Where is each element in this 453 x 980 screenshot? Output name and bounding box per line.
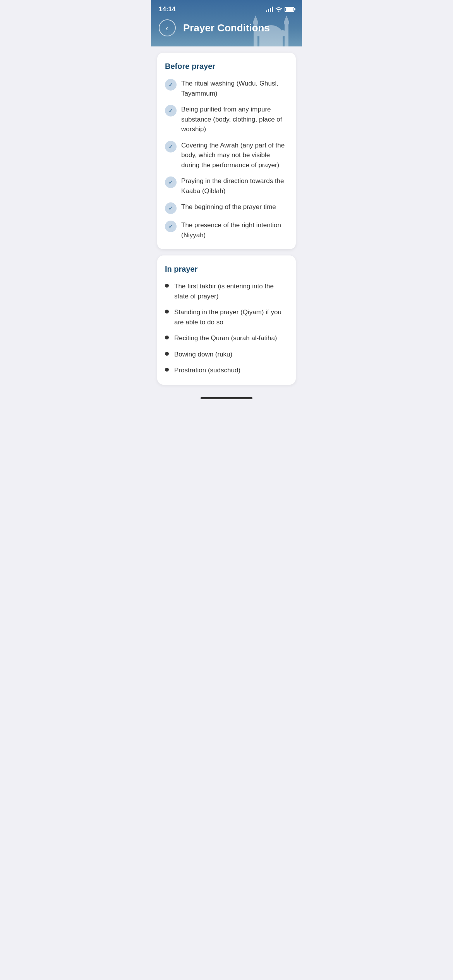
home-indicator [201,397,252,399]
bullet-text: The first takbir (is entering into the s… [174,281,288,301]
in-prayer-list: The first takbir (is entering into the s… [165,281,288,375]
status-icons [266,6,294,13]
bullet-dot-icon [165,352,169,356]
list-item: Prostration (sudschud) [165,365,288,375]
checklist-text: Praying in the direction towards the Kaa… [181,176,288,196]
page-title: Prayer Conditions [176,22,277,34]
checklist-text: The ritual washing (Wudu, Ghusl, Tayammu… [181,79,288,98]
bullet-text: Reciting the Quran (surah al-fatiha) [174,333,288,343]
list-item: Standing in the prayer (Qiyam) if you ar… [165,307,288,327]
bullet-dot-icon [165,310,169,314]
checkmark-icon: ✓ [168,205,173,211]
before-prayer-title: Before prayer [165,62,288,71]
list-item: ✓ The presence of the right intention (N… [165,220,288,240]
in-prayer-title: In prayer [165,265,288,274]
in-prayer-card: In prayer The first takbir (is entering … [157,255,296,385]
back-arrow-icon: ‹ [166,24,168,32]
before-prayer-card: Before prayer ✓ The ritual washing (Wudu… [157,53,296,249]
main-content: Before prayer ✓ The ritual washing (Wudu… [151,46,302,391]
list-item: ✓ Praying in the direction towards the K… [165,176,288,196]
list-item: Bowing down (ruku) [165,350,288,360]
signal-icon [266,7,273,12]
list-item: Reciting the Quran (surah al-fatiha) [165,333,288,343]
bullet-text: Standing in the prayer (Qiyam) if you ar… [174,307,288,327]
check-circle-icon: ✓ [165,202,177,214]
status-time: 14:14 [159,5,175,13]
bullet-text: Prostration (sudschud) [174,365,288,375]
bullet-text: Bowing down (ruku) [174,350,288,360]
svg-rect-1 [259,35,283,46]
check-circle-icon: ✓ [165,105,177,117]
back-button[interactable]: ‹ [159,19,176,36]
check-circle-icon: ✓ [165,79,177,91]
checkmark-icon: ✓ [168,223,173,230]
checklist-text: The presence of the right intention (Niy… [181,220,288,240]
before-prayer-list: ✓ The ritual washing (Wudu, Ghusl, Tayam… [165,79,288,240]
checkmark-icon: ✓ [168,108,173,114]
check-circle-icon: ✓ [165,141,177,152]
wifi-icon [275,6,282,13]
checkmark-icon: ✓ [168,82,173,88]
list-item: ✓ Being purified from any impure substan… [165,105,288,134]
list-item: ✓ Covering the Awrah (any part of the bo… [165,140,288,170]
header-content: ‹ Prayer Conditions [159,19,294,36]
check-circle-icon: ✓ [165,221,177,232]
bullet-dot-icon [165,368,169,372]
checklist-text: Covering the Awrah (any part of the body… [181,140,288,170]
list-item: ✓ The beginning of the prayer time [165,202,288,214]
list-item: ✓ The ritual washing (Wudu, Ghusl, Tayam… [165,79,288,98]
check-circle-icon: ✓ [165,176,177,188]
status-bar: 14:14 [151,0,302,16]
bullet-dot-icon [165,336,169,339]
checklist-text: Being purified from any impure substance… [181,105,288,134]
checklist-text: The beginning of the prayer time [181,202,288,212]
checkmark-icon: ✓ [168,144,173,150]
checkmark-icon: ✓ [168,179,173,185]
bullet-dot-icon [165,284,169,288]
list-item: The first takbir (is entering into the s… [165,281,288,301]
battery-icon [285,7,294,12]
